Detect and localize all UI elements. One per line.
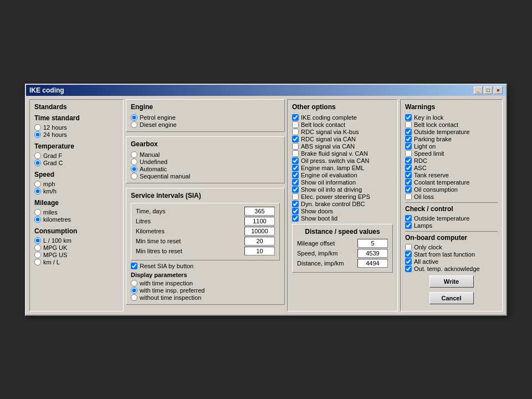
opt-show-boot-cb[interactable]: [292, 215, 299, 222]
mileage-offset-input[interactable]: [357, 239, 388, 248]
cc-lamps-cb[interactable]: [405, 222, 412, 229]
obc-start-last[interactable]: Start from last function: [405, 251, 498, 258]
cc-outside-temp[interactable]: Outside temperature: [405, 215, 498, 222]
display-without-inspection-radio[interactable]: [131, 294, 137, 301]
opt-brake-fluid-cb[interactable]: [292, 150, 299, 157]
gearbox-auto-radio[interactable]: [131, 166, 137, 172]
opt-rdc-kbus[interactable]: RDC signal via K-bus: [292, 129, 393, 135]
opt-show-oil-info-cb[interactable]: [292, 179, 299, 186]
engine-petrol-option[interactable]: Petrol engine: [131, 114, 280, 121]
opt-ike-coding-cb[interactable]: [292, 114, 299, 121]
engine-petrol-radio[interactable]: [131, 114, 137, 121]
display-preferred-option[interactable]: with time insp. preferred: [131, 287, 280, 294]
time-12h-radio[interactable]: [34, 124, 41, 131]
mileage-miles-option[interactable]: miles: [34, 209, 119, 216]
warn-light-on[interactable]: Light on: [405, 143, 498, 150]
warn-speed-limit[interactable]: Speed limit: [405, 150, 498, 157]
service-km-input[interactable]: [244, 227, 275, 236]
warn-tank-reserve[interactable]: Tank reserve: [405, 172, 498, 178]
gearbox-sequential-option[interactable]: Sequential manual: [131, 173, 280, 180]
gearbox-manual-option[interactable]: Manual: [131, 151, 280, 158]
temp-gradc-radio[interactable]: [34, 160, 41, 166]
gearbox-undefined-radio[interactable]: [131, 158, 137, 165]
warn-asc[interactable]: ASC: [405, 165, 498, 171]
speed-impkm-input[interactable]: [357, 249, 388, 258]
mileage-km-option[interactable]: kilometres: [34, 216, 119, 223]
cancel-button[interactable]: Cancel: [429, 292, 474, 304]
gearbox-auto-option[interactable]: Automatic: [131, 166, 280, 172]
speed-kmh-option[interactable]: km/h: [34, 188, 119, 195]
opt-dbc-cb[interactable]: [292, 201, 299, 207]
opt-ike-coding[interactable]: IKE coding complete: [292, 114, 393, 121]
opt-belt-lock[interactable]: Belt lock contact: [292, 121, 393, 128]
consumption-mpgus-option[interactable]: MPG US: [34, 252, 119, 258]
warn-asc-cb[interactable]: [405, 165, 412, 171]
opt-oil-press-cb[interactable]: [292, 157, 299, 164]
warn-tank-reserve-cb[interactable]: [405, 172, 412, 178]
distance-impkm-input[interactable]: [357, 259, 388, 268]
temp-gradc-option[interactable]: Grad C: [34, 160, 119, 166]
speed-kmh-radio[interactable]: [34, 188, 41, 195]
display-with-inspection-radio[interactable]: [131, 280, 137, 287]
opt-oil-press[interactable]: Oil press. switch via CAN: [292, 157, 393, 164]
opt-engine-oil-eval[interactable]: Engine oil evaluation: [292, 172, 393, 178]
display-preferred-radio[interactable]: [131, 287, 137, 294]
opt-show-oil-info[interactable]: Show oil information: [292, 179, 393, 186]
consumption-mpguk-option[interactable]: MPG UK: [34, 244, 119, 251]
opt-show-oil-driving[interactable]: Show oil info at driving: [292, 186, 393, 193]
mileage-miles-radio[interactable]: [34, 209, 41, 216]
obc-only-clock-cb[interactable]: [405, 244, 412, 250]
opt-eps-cb[interactable]: [292, 193, 299, 200]
opt-eps[interactable]: Elec. power steering EPS: [292, 193, 393, 200]
opt-rdc-kbus-cb[interactable]: [292, 129, 299, 135]
warn-parking-brake[interactable]: Parking brake: [405, 136, 498, 142]
opt-engine-lamp-cb[interactable]: [292, 165, 299, 171]
warn-rdc[interactable]: RDC: [405, 157, 498, 164]
obc-only-clock[interactable]: Only clock: [405, 244, 498, 250]
maximize-button[interactable]: □: [484, 86, 493, 94]
warn-coolant-temp-cb[interactable]: [405, 179, 412, 186]
service-days-input[interactable]: [244, 207, 275, 216]
consumption-kml-option[interactable]: km / L: [34, 259, 119, 265]
service-litres-input[interactable]: [244, 217, 275, 226]
gearbox-undefined-option[interactable]: Undefined: [131, 158, 280, 165]
warn-key-lock[interactable]: Key in lock: [405, 114, 498, 121]
consumption-l100-option[interactable]: L / 100 km: [34, 237, 119, 244]
gearbox-sequential-radio[interactable]: [131, 173, 137, 180]
cc-outside-temp-cb[interactable]: [405, 215, 412, 222]
reset-sia-checkbox-label[interactable]: Reset SIA by button: [131, 263, 280, 269]
warn-outside-temp-cb[interactable]: [405, 129, 412, 135]
reset-sia-checkbox[interactable]: [131, 263, 137, 269]
obc-temp-ack[interactable]: Out. temp. acknowledge: [405, 265, 498, 272]
opt-show-doors[interactable]: Show doors: [292, 208, 393, 214]
opt-abs-can-cb[interactable]: [292, 143, 299, 150]
consumption-l100-radio[interactable]: [34, 237, 41, 244]
speed-mph-radio[interactable]: [34, 181, 41, 187]
opt-rdc-can-cb[interactable]: [292, 136, 299, 142]
time-12h-option[interactable]: 12 hours: [34, 124, 119, 131]
warn-oil-consumption-cb[interactable]: [405, 186, 412, 193]
obc-all-active[interactable]: All active: [405, 258, 498, 265]
warn-oil-loss-cb[interactable]: [405, 193, 412, 200]
speed-mph-option[interactable]: mph: [34, 181, 119, 187]
minimize-button[interactable]: _: [474, 86, 483, 94]
display-without-inspection-option[interactable]: without time inspection: [131, 294, 280, 301]
mileage-km-radio[interactable]: [34, 216, 41, 223]
obc-all-active-cb[interactable]: [405, 258, 412, 265]
temp-gradf-radio[interactable]: [34, 152, 41, 159]
obc-temp-ack-cb[interactable]: [405, 265, 412, 272]
service-min-time-input[interactable]: [244, 237, 275, 245]
write-button[interactable]: Write: [429, 275, 474, 288]
warn-key-lock-cb[interactable]: [405, 114, 412, 121]
opt-engine-oil-eval-cb[interactable]: [292, 172, 299, 178]
temp-gradf-option[interactable]: Grad F: [34, 152, 119, 159]
warn-belt-lock[interactable]: Belt lock contact: [405, 121, 498, 128]
consumption-kml-radio[interactable]: [34, 259, 41, 265]
warn-parking-brake-cb[interactable]: [405, 136, 412, 142]
obc-start-last-cb[interactable]: [405, 251, 412, 258]
cc-lamps[interactable]: Lamps: [405, 222, 498, 229]
opt-brake-fluid[interactable]: Brake fluid signal v. CAN: [292, 150, 393, 157]
consumption-mpguk-radio[interactable]: [34, 244, 41, 251]
gearbox-manual-radio[interactable]: [131, 151, 137, 158]
consumption-mpgus-radio[interactable]: [34, 252, 41, 258]
